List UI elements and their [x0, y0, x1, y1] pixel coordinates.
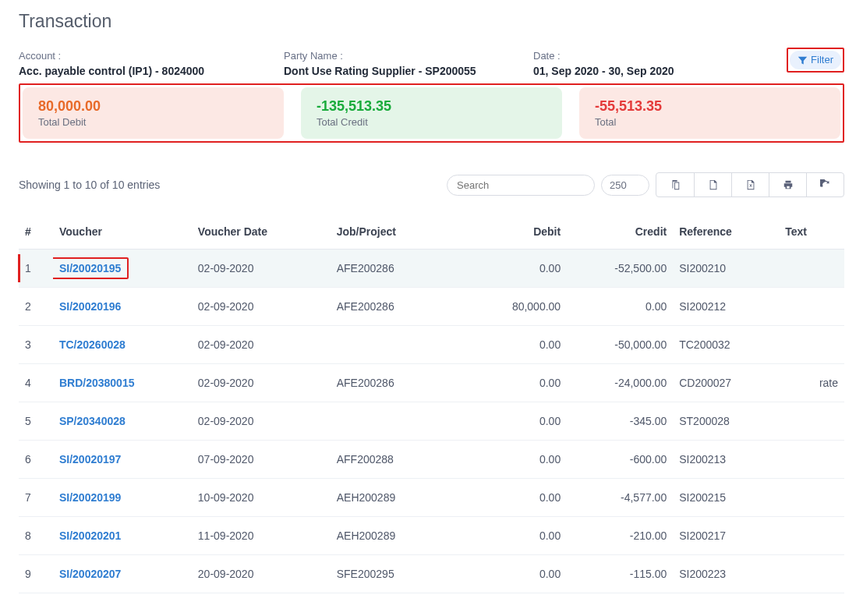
table-row[interactable]: 2SI/2002019602-09-2020AFE20028680,000.00…: [19, 288, 844, 326]
account-label: Account :: [19, 50, 284, 62]
cell-voucher-date: 07-09-2020: [192, 441, 331, 479]
cell-voucher: SI/20020199: [53, 479, 192, 517]
cell-index: 7: [19, 479, 53, 517]
cell-reference: SI200213: [673, 441, 779, 479]
copy-button[interactable]: [656, 173, 694, 196]
total-amount: -55,513.35: [595, 98, 825, 115]
party-block: Party Name : Dont Use Rating Supplier - …: [284, 50, 533, 77]
page-size-input[interactable]: [601, 175, 649, 196]
refresh-button[interactable]: [806, 173, 844, 196]
cell-reference: SI200212: [673, 288, 779, 326]
cell-text: [779, 441, 844, 479]
col-header-debit[interactable]: Debit: [469, 214, 568, 250]
cell-debit: 80,000.00: [469, 288, 568, 326]
date-block: Date : 01, Sep 2020 - 30, Sep 2020: [533, 50, 780, 77]
cell-reference: TC200032: [673, 326, 779, 364]
cell-reference: SI200215: [673, 479, 779, 517]
cell-voucher-date: 02-09-2020: [192, 402, 331, 441]
cell-reference: CD200027: [673, 364, 779, 402]
cell-credit: -24,000.00: [567, 364, 673, 402]
cell-index: 5: [19, 402, 53, 441]
cell-credit: -52,500.00: [567, 250, 673, 288]
col-header-voucher[interactable]: Voucher: [53, 214, 192, 250]
table-row[interactable]: 4BRD/2038001502-09-2020AFE2002860.00-24,…: [19, 364, 844, 402]
file-excel-icon: [745, 179, 756, 190]
cell-voucher-date: 10-09-2020: [192, 479, 331, 517]
cell-voucher-date: 02-09-2020: [192, 364, 331, 402]
col-header-reference[interactable]: Reference: [673, 214, 779, 250]
cell-credit: 0.00: [567, 288, 673, 326]
export-csv-button[interactable]: [694, 173, 731, 196]
info-row: Account : Acc. payable control (IP1) - 8…: [19, 48, 844, 77]
filter-button[interactable]: Filter: [790, 51, 841, 69]
showing-entries-text: Showing 1 to 10 of 10 entries: [19, 179, 447, 191]
voucher-link[interactable]: SP/20340028: [59, 415, 126, 427]
table-row[interactable]: 6SI/2002019707-09-2020AFF2002880.00-600.…: [19, 441, 844, 479]
cell-index: 1: [19, 250, 53, 288]
cell-voucher-date: 02-09-2020: [192, 250, 331, 288]
cell-credit: -50,000.00: [567, 326, 673, 364]
cell-voucher: SI/20020201: [53, 517, 192, 555]
search-input[interactable]: [447, 175, 595, 196]
cell-credit: -210.00: [567, 517, 673, 555]
total-card: -55,513.35 Total: [579, 87, 840, 139]
table-row[interactable]: 7SI/2002019910-09-2020AEH2002890.00-4,57…: [19, 479, 844, 517]
account-value: Acc. payable control (IP1) - 8024000: [19, 65, 284, 77]
cell-reference: SI200223: [673, 555, 779, 593]
cell-debit: 0.00: [469, 250, 568, 288]
total-debit-amount: 80,000.00: [38, 98, 268, 115]
print-button[interactable]: [769, 173, 806, 196]
voucher-link[interactable]: SI/20020196: [59, 300, 121, 313]
cell-text: [779, 555, 844, 593]
table-row[interactable]: 9SI/2002020720-09-2020SFE2002950.00-115.…: [19, 555, 844, 593]
col-header-credit[interactable]: Credit: [567, 214, 673, 250]
cell-text: [779, 250, 844, 288]
total-credit-card: -135,513.35 Total Credit: [301, 87, 562, 139]
table-row[interactable]: 1SI/2002019502-09-2020AFE2002860.00-52,5…: [19, 250, 844, 288]
cell-voucher: SP/20340028: [53, 402, 192, 441]
voucher-link[interactable]: BRD/20380015: [59, 377, 135, 389]
cell-text: [779, 288, 844, 326]
refresh-icon: [820, 179, 831, 190]
table-row[interactable]: 5SP/2034002802-09-20200.00-345.00ST20002…: [19, 402, 844, 441]
file-csv-icon: [708, 179, 719, 190]
cell-credit: -600.00: [567, 441, 673, 479]
table-body: 1SI/2002019502-09-2020AFE2002860.00-52,5…: [19, 250, 844, 593]
cell-voucher: SI/20020196: [53, 288, 192, 326]
voucher-link[interactable]: SI/20020197: [59, 453, 121, 466]
filter-icon: [798, 55, 808, 65]
export-excel-button[interactable]: [731, 173, 769, 196]
col-header-job[interactable]: Job/Project: [331, 214, 469, 250]
voucher-link[interactable]: SI/20020201: [59, 529, 121, 542]
voucher-link[interactable]: SI/20020195: [59, 262, 121, 274]
cell-debit: 0.00: [469, 479, 568, 517]
date-label: Date :: [533, 50, 780, 62]
cell-job: AFE200286: [331, 288, 469, 326]
summary-cards-highlight-box: 80,000.00 Total Debit -135,513.35 Total …: [19, 83, 844, 143]
cell-voucher-date: 02-09-2020: [192, 288, 331, 326]
cell-job: SFE200295: [331, 555, 469, 593]
table-row[interactable]: 3TC/2026002802-09-20200.00-50,000.00TC20…: [19, 326, 844, 364]
total-credit-amount: -135,513.35: [317, 98, 546, 115]
cell-reference: ST200028: [673, 402, 779, 441]
cell-job: [331, 402, 469, 441]
col-header-index[interactable]: #: [19, 214, 53, 250]
cell-text: [779, 479, 844, 517]
cell-text: [779, 517, 844, 555]
col-header-voucher-date[interactable]: Voucher Date: [192, 214, 331, 250]
party-value: Dont Use Rating Supplier - SP200055: [284, 65, 533, 77]
table-row[interactable]: 8SI/2002020111-09-2020AEH2002890.00-210.…: [19, 517, 844, 555]
voucher-link[interactable]: SI/20020207: [59, 568, 121, 580]
cell-index: 4: [19, 364, 53, 402]
total-debit-caption: Total Debit: [38, 116, 268, 128]
voucher-link[interactable]: SI/20020199: [59, 491, 121, 504]
cell-debit: 0.00: [469, 517, 568, 555]
print-icon: [783, 179, 794, 190]
col-header-text[interactable]: Text: [779, 214, 844, 250]
cell-job: AEH200289: [331, 517, 469, 555]
cell-job: AFE200286: [331, 364, 469, 402]
voucher-link[interactable]: TC/20260028: [59, 338, 126, 351]
cell-reference: SI200217: [673, 517, 779, 555]
cell-job: AEH200289: [331, 479, 469, 517]
page-title: Transaction: [19, 11, 844, 32]
